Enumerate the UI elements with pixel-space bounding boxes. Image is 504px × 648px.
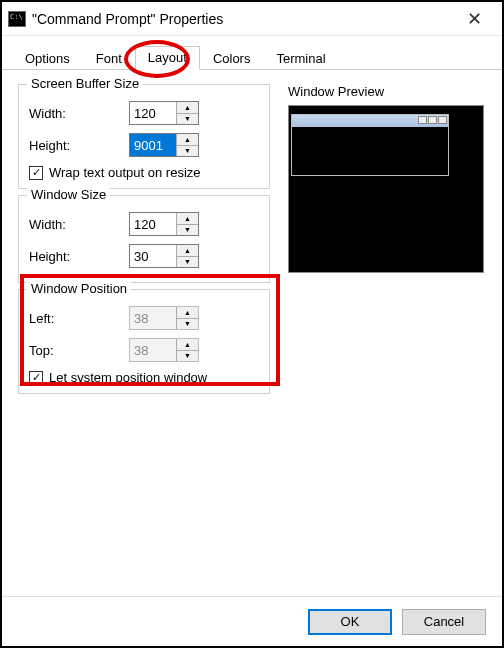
input-window-height[interactable] (130, 245, 176, 267)
label-pos-top: Top: (29, 343, 129, 358)
layout-panel: Screen Buffer Size Width: ▲▼ Height: ▲▼ … (2, 70, 502, 590)
label-pos-left: Left: (29, 311, 129, 326)
spin-pos-left: ▲▼ (129, 306, 199, 330)
window-title: "Command Prompt" Properties (32, 11, 454, 27)
spin-up-icon[interactable]: ▲ (177, 134, 198, 146)
spin-buffer-width[interactable]: ▲▼ (129, 101, 199, 125)
input-pos-top (130, 339, 176, 361)
input-buffer-width[interactable] (130, 102, 176, 124)
preview-area: Window Preview (288, 84, 486, 273)
spin-down-icon: ▼ (177, 351, 198, 362)
label-auto-position: Let system position window (49, 370, 207, 385)
preview-window (291, 114, 449, 176)
titlebar: "Command Prompt" Properties ✕ (2, 2, 502, 36)
spin-down-icon[interactable]: ▼ (177, 114, 198, 125)
label-window-height: Height: (29, 249, 129, 264)
tab-strip: Options Font Layout Colors Terminal (2, 36, 502, 70)
spin-up-icon[interactable]: ▲ (177, 245, 198, 257)
spin-buffer-height[interactable]: ▲▼ (129, 133, 199, 157)
spin-window-width[interactable]: ▲▼ (129, 212, 199, 236)
label-buffer-width: Width: (29, 106, 129, 121)
spin-down-icon[interactable]: ▼ (177, 146, 198, 157)
tab-font[interactable]: Font (83, 47, 135, 70)
tab-terminal[interactable]: Terminal (263, 47, 338, 70)
tab-options[interactable]: Options (12, 47, 83, 70)
close-button[interactable]: ✕ (454, 8, 494, 30)
spin-down-icon[interactable]: ▼ (177, 257, 198, 268)
group-screen-buffer: Screen Buffer Size Width: ▲▼ Height: ▲▼ … (18, 84, 270, 189)
spin-up-icon: ▲ (177, 307, 198, 319)
spin-pos-top: ▲▼ (129, 338, 199, 362)
spin-up-icon: ▲ (177, 339, 198, 351)
cancel-button[interactable]: Cancel (402, 609, 486, 635)
cmd-icon (8, 11, 26, 27)
spin-window-height[interactable]: ▲▼ (129, 244, 199, 268)
spin-down-icon[interactable]: ▼ (177, 225, 198, 236)
spin-down-icon: ▼ (177, 319, 198, 330)
spin-up-icon[interactable]: ▲ (177, 213, 198, 225)
input-window-width[interactable] (130, 213, 176, 235)
tab-layout[interactable]: Layout (135, 46, 200, 70)
dialog-buttons: OK Cancel (2, 596, 502, 646)
spin-up-icon[interactable]: ▲ (177, 102, 198, 114)
checkbox-wrap-text[interactable]: ✓ Wrap text output on resize (29, 165, 259, 180)
group-title-window-position: Window Position (27, 281, 131, 296)
checkbox-icon: ✓ (29, 371, 43, 385)
group-title-screen-buffer: Screen Buffer Size (27, 76, 143, 91)
input-pos-left (130, 307, 176, 329)
group-window-size: Window Size Width: ▲▼ Height: ▲▼ (18, 195, 270, 283)
tab-colors[interactable]: Colors (200, 47, 264, 70)
checkbox-auto-position[interactable]: ✓ Let system position window (29, 370, 259, 385)
input-buffer-height[interactable] (130, 134, 176, 156)
label-buffer-height: Height: (29, 138, 129, 153)
label-window-width: Width: (29, 217, 129, 232)
group-title-window-size: Window Size (27, 187, 110, 202)
preview-box (288, 105, 484, 273)
label-wrap-text: Wrap text output on resize (49, 165, 201, 180)
group-window-position: Window Position Left: ▲▼ Top: ▲▼ ✓ Let s… (18, 289, 270, 394)
checkbox-icon: ✓ (29, 166, 43, 180)
label-preview: Window Preview (288, 84, 486, 99)
ok-button[interactable]: OK (308, 609, 392, 635)
